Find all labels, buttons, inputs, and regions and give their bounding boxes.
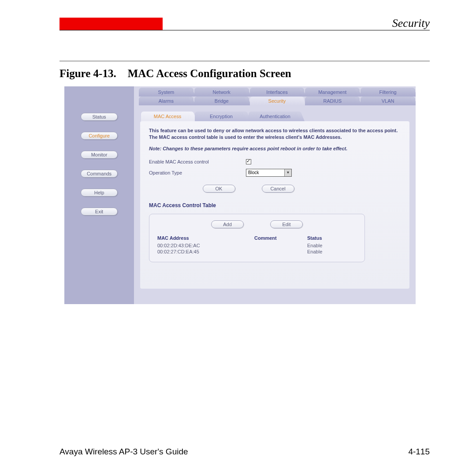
tab-filtering[interactable]: Filtering xyxy=(361,88,415,97)
header-status: Status xyxy=(307,235,342,242)
table-title: MAC Access Control Table xyxy=(149,202,401,208)
sidebar-item-monitor[interactable]: Monitor xyxy=(81,151,118,159)
header-rule xyxy=(60,30,430,30)
add-button[interactable]: Add xyxy=(211,220,244,228)
figure-number: Figure 4-13. xyxy=(60,67,116,79)
header-red-bar xyxy=(60,18,163,30)
figure-rule xyxy=(60,61,430,61)
tab-management[interactable]: Management xyxy=(305,88,360,97)
header-comment: Comment xyxy=(254,235,307,242)
subtab-row: MAC Access Encryption Authentication xyxy=(141,112,416,121)
tab-vlan[interactable]: VLAN xyxy=(361,97,415,105)
header-title: Security xyxy=(392,17,430,30)
note-text: Note: Changes to these parameters requir… xyxy=(149,146,401,151)
figure-caption: Figure 4-13.MAC Access Configuration Scr… xyxy=(60,67,430,80)
cell-mac: 00:02:2D:43:DE:AC xyxy=(157,242,254,249)
screenshot-panel: Status Configure Monitor Commands Help E… xyxy=(64,86,416,304)
edit-button[interactable]: Edit xyxy=(270,220,303,228)
tab-row-2: Alarms Bridge Security RADIUS VLAN xyxy=(134,97,416,105)
operation-type-row: Operation Type Block ▼ xyxy=(149,169,401,177)
operation-type-select[interactable]: Block ▼ xyxy=(246,169,292,177)
cell-comment xyxy=(254,249,307,255)
sidebar: Status Configure Monitor Commands Help E… xyxy=(64,86,134,304)
footer-right: 4-115 xyxy=(408,447,430,457)
cell-status: Enable xyxy=(307,242,342,249)
subtab-authentication[interactable]: Authentication xyxy=(249,112,301,121)
tab-security[interactable]: Security xyxy=(250,97,305,105)
figure-title: MAC Access Configuration Screen xyxy=(128,67,291,79)
action-row: OK Cancel xyxy=(149,185,401,193)
enable-mac-label: Enable MAC Access control xyxy=(149,159,246,164)
mac-table-block: Add Edit MAC Address Comment Status 00:0… xyxy=(149,214,365,262)
tab-row-1: System Network Interfaces Management Fil… xyxy=(134,88,416,97)
table-actions: Add Edit xyxy=(157,220,357,228)
table-row[interactable]: 00:02:2D:43:DE:AC Enable xyxy=(157,242,357,249)
enable-mac-row: Enable MAC Access control xyxy=(149,159,401,164)
figure-block: Figure 4-13.MAC Access Configuration Scr… xyxy=(60,61,430,80)
chevron-down-icon: ▼ xyxy=(284,169,291,176)
mac-table: MAC Address Comment Status 00:02:2D:43:D… xyxy=(157,235,357,255)
subtab-mac-access[interactable]: MAC Access xyxy=(141,112,194,121)
inner-panel: This feature can be used to deny or allo… xyxy=(140,121,409,289)
description-text: This feature can be used to deny or allo… xyxy=(149,127,401,141)
ok-button[interactable]: OK xyxy=(203,185,235,193)
cell-mac: 00:02:27:CD:EA:45 xyxy=(157,249,254,255)
sidebar-item-status[interactable]: Status xyxy=(81,113,118,121)
enable-mac-checkbox[interactable] xyxy=(246,159,251,164)
sidebar-item-configure[interactable]: Configure xyxy=(81,132,118,140)
sidebar-item-commands[interactable]: Commands xyxy=(81,170,118,178)
page-header: Security xyxy=(60,18,430,31)
cell-comment xyxy=(254,242,307,249)
header-mac: MAC Address xyxy=(157,235,254,242)
table-row[interactable]: 00:02:27:CD:EA:45 Enable xyxy=(157,249,357,255)
tab-system[interactable]: System xyxy=(139,88,193,97)
operation-type-value: Block xyxy=(246,170,284,175)
table-header-row: MAC Address Comment Status xyxy=(157,235,357,242)
subtab-encryption[interactable]: Encryption xyxy=(195,112,248,121)
cancel-button[interactable]: Cancel xyxy=(262,185,294,193)
tab-bridge[interactable]: Bridge xyxy=(194,97,249,105)
tab-network[interactable]: Network xyxy=(194,88,249,97)
cell-status: Enable xyxy=(307,249,342,255)
sidebar-item-help[interactable]: Help xyxy=(81,189,118,197)
tab-radius[interactable]: RADIUS xyxy=(305,97,360,105)
sidebar-item-exit[interactable]: Exit xyxy=(81,208,118,216)
content-area: System Network Interfaces Management Fil… xyxy=(134,86,416,304)
operation-type-label: Operation Type xyxy=(149,170,246,175)
footer-left: Avaya Wireless AP-3 User's Guide xyxy=(60,447,188,457)
tab-alarms[interactable]: Alarms xyxy=(139,97,193,105)
tab-interfaces[interactable]: Interfaces xyxy=(250,88,305,97)
page-footer: Avaya Wireless AP-3 User's Guide 4-115 xyxy=(60,447,430,457)
